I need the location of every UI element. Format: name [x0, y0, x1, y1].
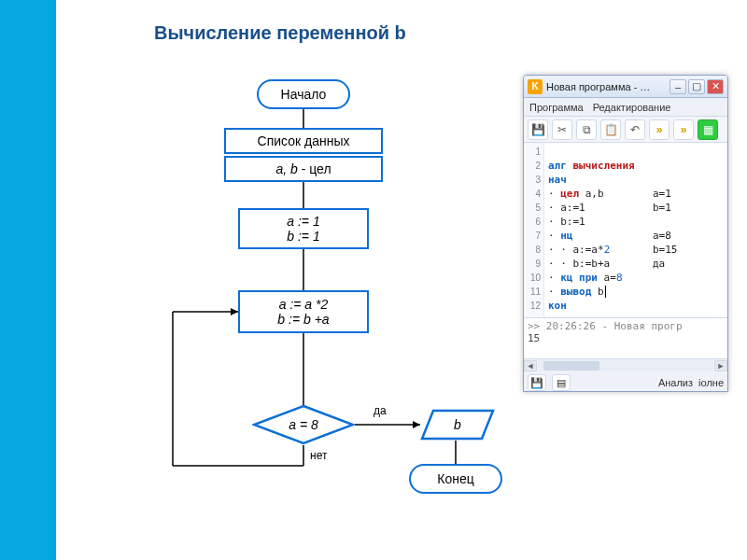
flow-loop-body: a := a *2 b := b +a [238, 290, 369, 333]
flow-decision: a = 8 [252, 404, 355, 445]
flow-output-label: b [420, 409, 495, 441]
page-title: Вычисление переменной b [154, 22, 406, 44]
svg-marker-10 [413, 421, 420, 428]
undo-icon[interactable]: ↶ [625, 119, 645, 140]
maximize-button[interactable]: ▢ [688, 79, 705, 94]
close-button[interactable]: ✕ [707, 79, 724, 94]
flow-decision-label: a = 8 [252, 404, 355, 445]
flow-data-decl: a, b - цел [224, 156, 383, 182]
trace-column: a=1 b=1 a=8 b=15 да [653, 145, 678, 271]
ide-titlebar[interactable]: K Новая программа - … – ▢ ✕ [524, 76, 727, 98]
toolbar-more-1[interactable]: » [649, 119, 669, 140]
flow-loop-b: b := b +a [277, 312, 329, 327]
flow-init: a := 1 b := 1 [238, 208, 369, 249]
toolbar-more-2[interactable]: » [673, 119, 694, 140]
flow-edge-yes: да [374, 404, 387, 417]
ide-title-text: Новая программа - … [546, 81, 668, 92]
status-analysis[interactable]: Анализ [658, 377, 693, 388]
flow-edge-no: нет [310, 449, 327, 462]
status-save-icon[interactable]: 💾 [528, 374, 546, 391]
flow-data-decl-label: a, b - цел [275, 161, 331, 176]
flow-end-label: Конец [437, 471, 473, 486]
ide-toolbar: 💾 ✂ ⧉ 📋 ↶ » » ▦ [524, 117, 727, 143]
cut-icon[interactable]: ✂ [552, 119, 572, 140]
scroll-track[interactable] [538, 360, 713, 371]
menu-edit[interactable]: Редактирование [593, 102, 671, 113]
line-gutter: 1 2 3 4 5 6 7 8 9 10 11 12 [524, 143, 544, 317]
save-icon[interactable]: 💾 [528, 119, 548, 140]
flow-data-header-label: Список данных [258, 133, 350, 148]
flow-init-b: b := 1 [287, 229, 319, 244]
flow-loop-a: a := a *2 [279, 297, 329, 312]
minimize-button[interactable]: – [669, 79, 686, 94]
code-area[interactable]: алг вычисления нач · цел a,b · a:=1 · b:… [544, 143, 727, 317]
left-sidebar [0, 0, 56, 560]
status-doc-icon[interactable]: ▤ [552, 374, 571, 391]
scroll-thumb[interactable] [543, 361, 599, 371]
flowchart: Начало Список данных a, b - цел a := 1 b… [140, 70, 514, 537]
paste-icon[interactable]: 📋 [600, 119, 621, 140]
flow-start-label: Начало [281, 87, 327, 102]
flow-end: Конец [409, 464, 502, 494]
app-icon: K [528, 79, 543, 94]
run-icon[interactable]: ▦ [698, 119, 718, 140]
flow-init-a: a := 1 [287, 214, 319, 229]
menu-program[interactable]: Программа [529, 102, 584, 113]
code-editor[interactable]: 1 2 3 4 5 6 7 8 9 10 11 12 алг вычислени… [524, 143, 727, 318]
h-scrollbar[interactable]: ◄ ► [524, 359, 727, 372]
status-full[interactable]: iолне [698, 377, 724, 388]
scroll-left-icon[interactable]: ◄ [524, 360, 537, 371]
flow-start: Начало [257, 79, 350, 109]
ide-menubar: Программа Редактирование [524, 98, 727, 117]
ide-statusbar: 💾 ▤ Анализ iолне [524, 372, 727, 392]
ide-window: K Новая программа - … – ▢ ✕ Программа Ре… [523, 75, 728, 392]
svg-marker-8 [231, 308, 238, 315]
flow-output: b [420, 409, 495, 441]
flow-data-header: Список данных [224, 128, 383, 154]
scroll-right-icon[interactable]: ► [714, 360, 727, 371]
copy-icon[interactable]: ⧉ [576, 119, 597, 140]
